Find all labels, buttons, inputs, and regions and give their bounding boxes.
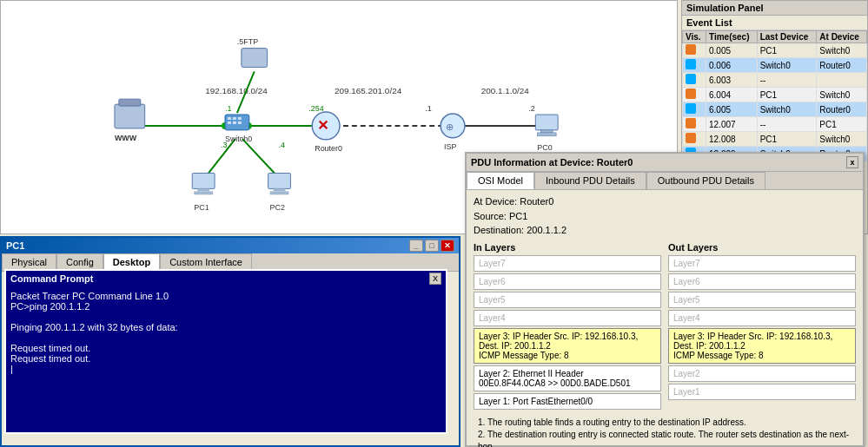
svg-text:✕: ✕ bbox=[317, 118, 328, 133]
in-layer1: Layer 1: Port FastEthernet0/0 bbox=[474, 393, 661, 410]
svg-rect-21 bbox=[192, 174, 215, 189]
svg-rect-1 bbox=[119, 99, 141, 106]
port-label-254: .254 bbox=[308, 104, 323, 113]
in-layers-title: In Layers bbox=[474, 242, 661, 253]
minimize-button[interactable]: _ bbox=[409, 240, 423, 252]
svg-rect-27 bbox=[270, 191, 289, 194]
svg-text:ISP: ISP bbox=[444, 142, 456, 151]
svg-rect-22 bbox=[197, 188, 209, 191]
maximize-button[interactable]: □ bbox=[425, 240, 439, 252]
cmd-line-1: Packet Tracer PC Command Line 1.0 bbox=[10, 291, 441, 301]
in-layer2: Layer 2: Ethernet II Header00E0.8F44.0CA… bbox=[474, 365, 661, 391]
event-vis bbox=[683, 102, 706, 117]
event-time: 12.008 bbox=[706, 132, 757, 147]
cmd-line-7: Request timed out. bbox=[10, 353, 441, 364]
svg-rect-8 bbox=[233, 122, 236, 124]
pdu-tabs: OSI Model Inbound PDU Details Outbound P… bbox=[467, 172, 863, 190]
port-label-1: .1 bbox=[225, 104, 231, 113]
svg-rect-33 bbox=[686, 74, 696, 84]
pdu-tab-inbound[interactable]: Inbound PDU Details bbox=[534, 172, 646, 189]
svg-rect-9 bbox=[238, 122, 242, 124]
svg-text:Switch0: Switch0 bbox=[225, 135, 252, 143]
port-label-2: .2 bbox=[528, 104, 534, 113]
out-layer3: Layer 3: IP Header Src. IP: 192.168.10.3… bbox=[668, 328, 856, 364]
svg-rect-35 bbox=[686, 103, 696, 114]
pc1-titlebar: PC1 _ □ ✕ bbox=[2, 238, 459, 253]
event-at: Router0 bbox=[817, 58, 867, 73]
tab-desktop[interactable]: Desktop bbox=[103, 253, 160, 271]
table-row: 6.005 Switch0 Router0 bbox=[683, 102, 867, 117]
svg-rect-23 bbox=[194, 191, 213, 194]
svg-text:Router0: Router0 bbox=[315, 144, 342, 153]
svg-rect-6 bbox=[238, 117, 242, 120]
port-label-4: .4 bbox=[279, 141, 285, 149]
event-last: PC1 bbox=[757, 132, 817, 147]
tab-config[interactable]: Config bbox=[56, 253, 103, 271]
out-layers-col: Out Layers Layer7 Layer6 Layer5 Layer4 L… bbox=[668, 242, 856, 411]
cmd-titlebar: Command Prompt X bbox=[6, 271, 446, 286]
pdu-device-info: At Device: Router0 Source: PC1 Destinati… bbox=[474, 194, 856, 238]
svg-rect-4 bbox=[228, 117, 231, 120]
event-vis bbox=[683, 73, 706, 88]
event-last: PC1 bbox=[757, 43, 817, 58]
pdu-titlebar: PDU Information at Device: Router0 x bbox=[467, 154, 863, 172]
col-at: At Device bbox=[817, 31, 867, 43]
event-time: 0.006 bbox=[706, 58, 757, 73]
cmd-body[interactable]: Packet Tracer PC Command Line 1.0 PC>pin… bbox=[6, 286, 446, 429]
svg-rect-5 bbox=[233, 117, 236, 120]
close-button[interactable]: ✕ bbox=[441, 240, 454, 252]
out-layer2: Layer2 bbox=[668, 365, 856, 382]
col-time: Time(sec) bbox=[706, 31, 757, 43]
svg-rect-31 bbox=[686, 44, 696, 55]
svg-rect-26 bbox=[274, 188, 286, 191]
event-last: Switch0 bbox=[757, 58, 817, 73]
event-at bbox=[817, 73, 867, 88]
event-last: -- bbox=[757, 117, 817, 132]
cmd-line-5 bbox=[10, 332, 441, 343]
svg-text:⊕: ⊕ bbox=[446, 122, 454, 132]
main-area: 192.168.10.0/24 209.165.201.0/24 200.1.1… bbox=[0, 0, 868, 447]
pdu-source: Source: PC1 bbox=[474, 209, 856, 224]
event-vis bbox=[683, 43, 706, 58]
svg-rect-25 bbox=[268, 174, 291, 189]
out-layer4: Layer4 bbox=[668, 310, 856, 326]
cmd-line-3 bbox=[10, 312, 441, 322]
svg-rect-36 bbox=[686, 118, 696, 128]
event-at: PC1 bbox=[817, 117, 867, 132]
window-controls: _ □ ✕ bbox=[409, 240, 454, 252]
pdu-window: PDU Information at Device: Router0 x OSI… bbox=[465, 152, 865, 447]
svg-text:PC0: PC0 bbox=[537, 143, 552, 152]
svg-rect-29 bbox=[242, 49, 268, 68]
event-at: Switch0 bbox=[817, 132, 867, 147]
svg-text:WWW: WWW bbox=[115, 134, 137, 142]
in-layer4: Layer4 bbox=[474, 310, 661, 326]
event-time: 6.004 bbox=[706, 88, 757, 102]
event-at: Switch0 bbox=[817, 43, 867, 58]
table-row: 0.005 PC1 Switch0 bbox=[683, 43, 867, 58]
cmd-window: Command Prompt X Packet Tracer PC Comman… bbox=[4, 269, 447, 434]
pdu-tab-osi[interactable]: OSI Model bbox=[467, 172, 534, 189]
cmd-close-button[interactable]: X bbox=[429, 273, 441, 285]
event-at: Router0 bbox=[817, 102, 867, 117]
pdu-close-button[interactable]: x bbox=[846, 156, 858, 168]
in-layer3: Layer 3: IP Header Src. IP: 192.168.10.3… bbox=[474, 328, 661, 364]
event-table: Vis. Time(sec) Last Device At Device 0.0… bbox=[682, 30, 867, 161]
pdu-tab-outbound[interactable]: Outbound PDU Details bbox=[646, 172, 765, 189]
event-vis bbox=[683, 88, 706, 102]
svg-text:PC1: PC1 bbox=[194, 203, 209, 212]
event-last: PC1 bbox=[757, 88, 817, 102]
tab-physical[interactable]: Physical bbox=[2, 253, 56, 271]
tab-custom-interface[interactable]: Custom Interface bbox=[160, 253, 252, 271]
svg-rect-32 bbox=[686, 59, 696, 69]
pc1-title: PC1 bbox=[6, 240, 24, 251]
cmd-title: Command Prompt bbox=[10, 273, 93, 284]
event-time: 6.005 bbox=[706, 102, 757, 117]
svg-rect-7 bbox=[228, 122, 231, 124]
table-row: 6.003 -- bbox=[683, 73, 867, 88]
network-label-1: 192.168.10.0/24 bbox=[205, 86, 268, 95]
pdu-layers-container: In Layers Layer7 Layer6 Layer5 Layer4 La… bbox=[474, 242, 856, 411]
pdu-title: PDU Information at Device: Router0 bbox=[471, 157, 633, 168]
svg-rect-19 bbox=[537, 133, 556, 136]
svg-rect-37 bbox=[686, 133, 696, 143]
in-layer6: Layer6 bbox=[474, 273, 661, 290]
